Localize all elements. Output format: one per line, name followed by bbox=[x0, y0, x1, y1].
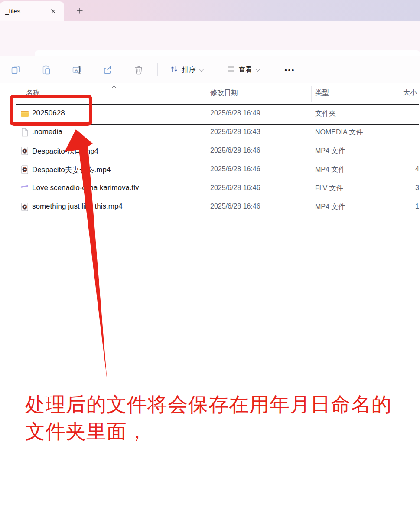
more-options-button[interactable]: ••• bbox=[282, 62, 298, 78]
file-row[interactable]: Despacito-法国.mp4 2025/6/28 16:46 MP4 文件 bbox=[4, 142, 420, 161]
column-header-type[interactable]: 类型 bbox=[315, 88, 329, 98]
more-options-icon: ••• bbox=[285, 66, 296, 74]
toolbar-separator bbox=[157, 63, 158, 76]
annotation-caption-line1: 处理后的文件将会保存在用年月日命名的 bbox=[25, 391, 415, 418]
share-button[interactable] bbox=[100, 62, 116, 78]
column-separator[interactable] bbox=[311, 86, 312, 102]
paste-button[interactable] bbox=[38, 62, 55, 78]
sort-button[interactable]: 排序 bbox=[170, 62, 202, 78]
file-row[interactable]: Despacito夫妻合奏.mp4 2025/6/28 16:46 MP4 文件… bbox=[4, 161, 420, 179]
tab-bar: _files bbox=[0, 0, 420, 21]
annotation-caption: 处理后的文件将会保存在用年月日命名的 文件夹里面， bbox=[25, 391, 415, 445]
toolbar-separator bbox=[276, 63, 276, 76]
flv-icon bbox=[20, 184, 29, 193]
file-explorer-window: _files 此电脑 bbox=[0, 0, 420, 508]
tab-title: _files bbox=[5, 7, 20, 15]
new-tab-button[interactable] bbox=[74, 5, 86, 17]
copy-button[interactable] bbox=[7, 62, 24, 78]
view-icon bbox=[226, 65, 235, 75]
address-row: 此电脑 腾讯应用宝虚拟磁盘 (T:) 下载 video_compress_kit… bbox=[0, 21, 420, 56]
file-row[interactable]: Love scenadio-elina karimova.flv 2025/6/… bbox=[4, 179, 420, 198]
column-separator[interactable] bbox=[205, 86, 205, 102]
file-row[interactable]: .nomedia 2025/6/28 16:43 NOMEDIA 文件 bbox=[4, 123, 420, 142]
view-label: 查看 bbox=[238, 66, 252, 75]
svg-text:A: A bbox=[75, 68, 78, 72]
file-row[interactable]: something just like this.mp4 2025/6/28 1… bbox=[4, 198, 420, 216]
sort-label: 排序 bbox=[182, 66, 196, 75]
column-separator[interactable] bbox=[399, 86, 399, 102]
chevron-down-icon bbox=[199, 67, 204, 72]
column-header-size[interactable]: 大小 bbox=[403, 88, 417, 98]
video-icon bbox=[20, 202, 29, 212]
column-header-date[interactable]: 修改日期 bbox=[210, 88, 238, 98]
delete-button[interactable] bbox=[130, 62, 147, 78]
view-button[interactable]: 查看 bbox=[226, 62, 259, 78]
command-toolbar: A 排序 bbox=[0, 56, 420, 83]
explorer-tab[interactable]: _files bbox=[0, 1, 64, 21]
video-icon bbox=[20, 146, 29, 156]
rename-button[interactable]: A bbox=[69, 62, 85, 78]
file-icon bbox=[20, 128, 29, 137]
annotation-caption-line2: 文件夹里面， bbox=[25, 418, 415, 445]
video-icon bbox=[20, 165, 29, 174]
sort-icon bbox=[170, 65, 179, 75]
annotation-highlight-box bbox=[10, 95, 92, 126]
sort-ascending-indicator-icon bbox=[111, 83, 117, 91]
chevron-down-icon bbox=[256, 67, 260, 72]
tab-close-icon[interactable] bbox=[48, 6, 59, 17]
